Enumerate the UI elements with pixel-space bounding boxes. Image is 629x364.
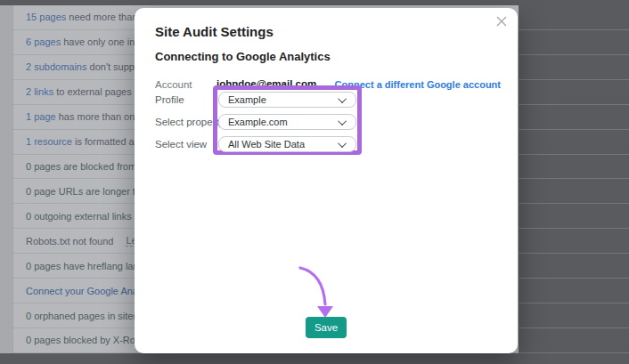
save-button[interactable]: Save <box>306 317 347 338</box>
chevron-down-icon <box>338 94 347 103</box>
site-audit-settings-modal: Site Audit Settings Connecting to Google… <box>135 8 518 353</box>
property-select-value: Example.com <box>228 117 288 127</box>
chevron-down-icon <box>338 117 347 125</box>
site-audit-overlay-screen: 15 pages need more than 3 click6 pages h… <box>0 0 629 364</box>
view-select[interactable]: All Web Site Data <box>218 136 356 152</box>
modal-title: Site Audit Settings <box>155 24 274 39</box>
close-icon <box>496 16 507 27</box>
profile-label: Profile <box>155 94 184 105</box>
issue-link-text: 2 subdomains <box>26 61 87 72</box>
select-view-label: Select view <box>155 139 207 150</box>
issue-link-text: 1 page <box>26 111 56 122</box>
account-label: Account <box>155 79 192 90</box>
chevron-down-icon <box>338 139 347 148</box>
issue-link-text: 15 pages <box>26 12 66 22</box>
view-select-value: All Web Site Data <box>228 139 305 150</box>
property-select[interactable]: Example.com <box>218 114 356 130</box>
profile-select[interactable]: Example <box>218 92 356 108</box>
section-heading: Connecting to Google Analytics <box>155 50 331 63</box>
profile-select-value: Example <box>228 94 266 105</box>
issue-link-text: 2 links <box>26 86 53 97</box>
issue-text: Robots.txt not found <box>26 236 113 247</box>
issue-link-text: 6 pages <box>26 36 61 47</box>
close-button[interactable] <box>493 12 511 30</box>
background-gutter <box>0 5 12 353</box>
issue-link-text: 1 resource <box>26 136 72 147</box>
